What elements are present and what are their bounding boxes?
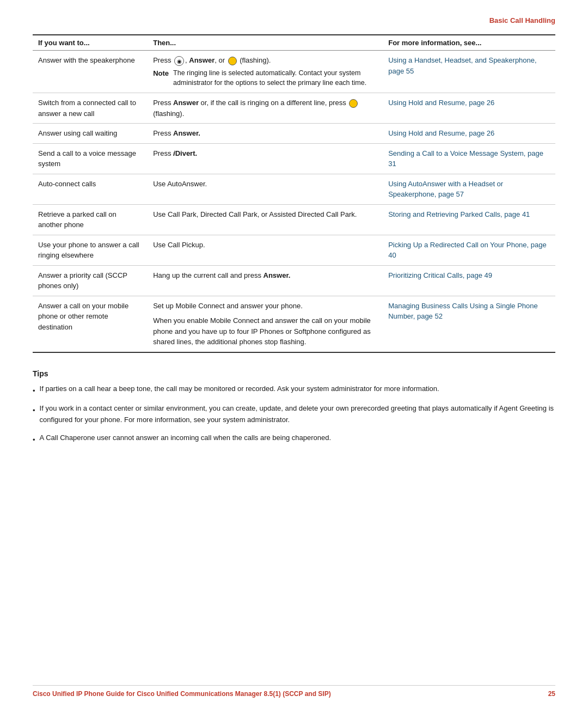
col-header-then: Then... [148, 35, 383, 51]
row-more: Storing and Retrieving Parked Calls, pag… [383, 204, 555, 235]
row-more: Using AutoAnswer with a Headset or Speak… [383, 174, 555, 204]
page-footer: Cisco Unified IP Phone Guide for Cisco U… [33, 685, 555, 698]
table-row: Retrieve a parked call on another phone … [33, 204, 555, 235]
tips-section: Tips • If parties on a call hear a beep … [33, 369, 555, 446]
main-table: If you want to... Then... For more infor… [33, 34, 555, 353]
row-then: Press iDivert. [148, 143, 383, 174]
row-more: Using Hold and Resume, page 26 [383, 93, 555, 124]
more-link[interactable]: Using Hold and Resume, page 26 [388, 129, 494, 137]
col-header-more: For more information, see... [383, 35, 555, 51]
more-link[interactable]: Using a Handset, Headset, and Speakerpho… [388, 56, 536, 75]
list-item: • If you work in a contact center or sim… [33, 403, 555, 426]
row-if: Answer using call waiting [33, 124, 148, 144]
row-more: Using a Handset, Headset, and Speakerpho… [383, 51, 555, 93]
list-item: • A Call Chaperone user cannot answer an… [33, 432, 555, 446]
note-content: The ringing line is selected automatical… [173, 68, 377, 89]
row-more: Picking Up a Redirected Call on Your Pho… [383, 235, 555, 265]
bullet-icon: • [33, 435, 35, 446]
table-row: Answer a priority call (SCCP phones only… [33, 265, 555, 296]
tip-text: If parties on a call hear a beep tone, t… [40, 383, 439, 395]
tips-list: • If parties on a call hear a beep tone,… [33, 383, 555, 446]
header-right: Basic Call Handling [33, 16, 555, 25]
row-then: Use Call Pickup. [148, 235, 383, 265]
col-header-if: If you want to... [33, 35, 148, 51]
row-if: Retrieve a parked call on another phone [33, 204, 148, 235]
more-link[interactable]: Sending a Call to a Voice Message System… [388, 149, 543, 168]
flash-button-icon [228, 57, 237, 65]
bullet-icon: • [33, 405, 35, 417]
speaker-button-icon: ◉ [174, 56, 184, 66]
more-link[interactable]: Managing Business Calls Using a Single P… [388, 302, 538, 321]
table-row: Send a call to a voice message system Pr… [33, 143, 555, 174]
table-row: Answer with the speakerphone Press ◉, An… [33, 51, 555, 93]
more-link[interactable]: Picking Up a Redirected Call on Your Pho… [388, 241, 547, 260]
flash-button-icon [349, 99, 358, 108]
more-link[interactable]: Storing and Retrieving Parked Calls, pag… [388, 210, 530, 218]
row-then: Press Answer or, if the call is ringing … [148, 93, 383, 124]
row-more: Managing Business Calls Using a Single P… [383, 296, 555, 352]
row-if: Send a call to a voice message system [33, 143, 148, 174]
row-then: Press ◉, Answer, or (flashing). Note The… [148, 51, 383, 93]
tip-text: If you work in a contact center or simil… [40, 403, 555, 426]
row-if: Use your phone to answer a call ringing … [33, 235, 148, 265]
tip-text: A Call Chaperone user cannot answer an i… [40, 432, 332, 444]
footer-page: 25 [548, 690, 555, 698]
row-if: Answer a call on your mobile phone or ot… [33, 296, 148, 352]
row-then: Hang up the current call and press Answe… [148, 265, 383, 296]
row-more: Sending a Call to a Voice Message System… [383, 143, 555, 174]
table-row: Answer a call on your mobile phone or ot… [33, 296, 555, 352]
table-row: Switch from a connected call to answer a… [33, 93, 555, 124]
footer-text: Cisco Unified IP Phone Guide for Cisco U… [33, 690, 331, 698]
row-more: Using Hold and Resume, page 26 [383, 124, 555, 144]
page-container: Basic Call Handling If you want to... Th… [0, 0, 588, 714]
table-row: Auto-connect calls Use AutoAnswer. Using… [33, 174, 555, 204]
note-label: Note [153, 68, 169, 89]
row-if: Answer a priority call (SCCP phones only… [33, 265, 148, 296]
row-then: Use AutoAnswer. [148, 174, 383, 204]
table-row: Use your phone to answer a call ringing … [33, 235, 555, 265]
tips-title: Tips [33, 369, 555, 378]
header-title: Basic Call Handling [489, 16, 555, 25]
row-more: Prioritizing Critical Calls, page 49 [383, 265, 555, 296]
table-row: Answer using call waiting Press Answer. … [33, 124, 555, 144]
row-if: Auto-connect calls [33, 174, 148, 204]
more-link[interactable]: Using AutoAnswer with a Headset or Speak… [388, 180, 503, 199]
bullet-icon: • [33, 386, 35, 397]
list-item: • If parties on a call hear a beep tone,… [33, 383, 555, 397]
row-then: Set up Mobile Connect and answer your ph… [148, 296, 383, 352]
row-if: Switch from a connected call to answer a… [33, 93, 148, 124]
more-link[interactable]: Using Hold and Resume, page 26 [388, 99, 494, 107]
row-then: Press Answer. [148, 124, 383, 144]
more-link[interactable]: Prioritizing Critical Calls, page 49 [388, 271, 492, 279]
row-then: Use Call Park, Directed Call Park, or As… [148, 204, 383, 235]
row-if: Answer with the speakerphone [33, 51, 148, 93]
